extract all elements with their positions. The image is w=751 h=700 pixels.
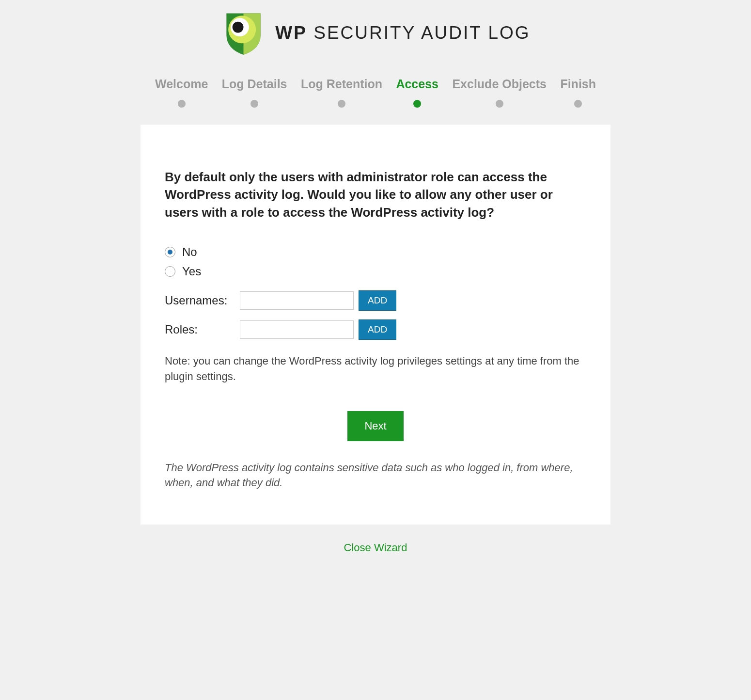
question-heading: By default only the users with administr… bbox=[165, 168, 586, 221]
roles-input[interactable] bbox=[240, 320, 354, 339]
radio-option-yes[interactable]: Yes bbox=[165, 265, 586, 278]
caption-text: The WordPress activity log contains sens… bbox=[165, 461, 586, 491]
usernames-label: Usernames: bbox=[165, 294, 235, 307]
step-log-details[interactable]: Log Details bbox=[222, 77, 287, 108]
step-dot-icon bbox=[413, 100, 421, 108]
add-username-button[interactable]: ADD bbox=[359, 290, 396, 311]
logo-text: WP SECURITY AUDIT LOG bbox=[275, 23, 530, 43]
note-text: Note: you can change the WordPress activ… bbox=[165, 353, 586, 384]
radio-input-yes[interactable] bbox=[165, 266, 175, 277]
step-dot-icon bbox=[574, 100, 582, 108]
next-wrapper: Next bbox=[165, 411, 586, 441]
add-role-button[interactable]: ADD bbox=[359, 319, 396, 340]
logo-wrapper: WP SECURITY AUDIT LOG bbox=[141, 10, 610, 58]
step-log-retention[interactable]: Log Retention bbox=[301, 77, 382, 108]
close-wizard-link[interactable]: Close Wizard bbox=[344, 541, 407, 554]
wizard-steps: Welcome Log Details Log Retention Access… bbox=[141, 77, 610, 108]
step-exclude-objects[interactable]: Exclude Objects bbox=[452, 77, 547, 108]
step-access[interactable]: Access bbox=[396, 77, 438, 108]
usernames-row: Usernames: ADD bbox=[165, 290, 586, 311]
svg-point-2 bbox=[233, 22, 244, 33]
roles-label: Roles: bbox=[165, 323, 235, 336]
radio-option-no[interactable]: No bbox=[165, 245, 586, 259]
radio-input-no[interactable] bbox=[165, 247, 175, 257]
step-dot-icon bbox=[250, 100, 258, 108]
usernames-input[interactable] bbox=[240, 291, 354, 310]
next-button[interactable]: Next bbox=[347, 411, 403, 441]
step-dot-icon bbox=[496, 100, 503, 108]
step-welcome[interactable]: Welcome bbox=[155, 77, 208, 108]
close-wizard-wrapper: Close Wizard bbox=[141, 541, 610, 554]
shield-icon bbox=[220, 10, 266, 56]
step-dot-icon bbox=[338, 100, 345, 108]
wizard-panel: By default only the users with administr… bbox=[141, 125, 610, 525]
step-finish[interactable]: Finish bbox=[560, 77, 596, 108]
step-dot-icon bbox=[178, 100, 186, 108]
roles-row: Roles: ADD bbox=[165, 319, 586, 340]
radio-group: No Yes bbox=[165, 245, 586, 278]
logo: WP SECURITY AUDIT LOG bbox=[220, 10, 530, 56]
